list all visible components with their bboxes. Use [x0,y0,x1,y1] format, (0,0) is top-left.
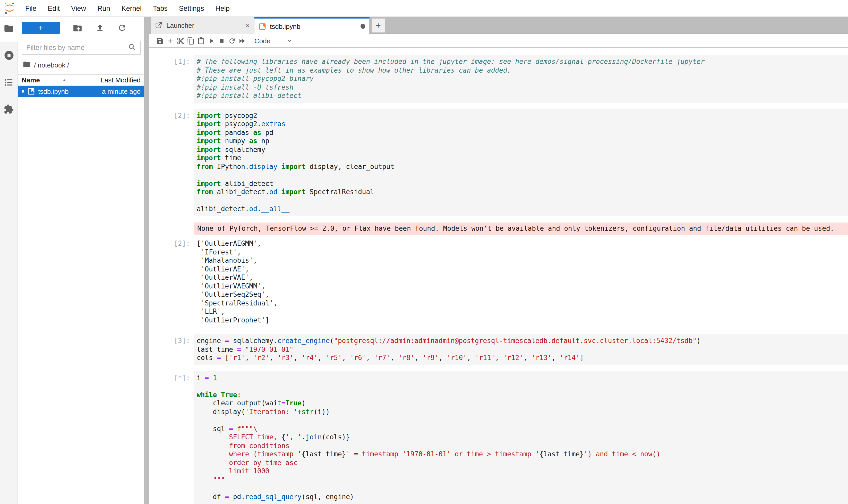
sidebar-tab-extensions[interactable] [0,100,18,121]
notebook-cell[interactable]: [1]:# The following libraries have alrea… [149,55,848,103]
code-line: import time [197,154,845,162]
cell-type-select[interactable]: Code [254,37,293,44]
restart-kernel-button[interactable] [227,37,237,44]
sidebar-tab-table-of-contents[interactable] [0,73,18,94]
code-line: 'OutlierVAE', [197,273,845,282]
new-folder-button[interactable] [73,23,83,33]
cell-type-value: Code [254,37,270,44]
restart-run-all-button[interactable] [237,37,247,44]
code-line: sql = f"""\ [197,425,845,433]
code-line: import pandas as pd [197,128,845,137]
code-line: 'Mahalanobis', [197,256,845,265]
file-row-tsdb[interactable]: tsdb.ipynb a minute ago [18,86,144,97]
cell-editor[interactable]: i = 1 while True: clear_output(wait=True… [194,371,848,503]
code-line: while True: [197,391,845,399]
notebook-cell[interactable]: [*]:i = 1 while True: clear_output(wait=… [149,371,848,503]
code-line: SELECT time, {', '.join(cols)} [197,433,845,442]
output-text: ['OutlierAEGMM', 'IForest', 'Mahalanobis… [194,237,848,324]
execution-count: [3]: [149,334,194,365]
menu-settings[interactable]: Settings [173,4,210,12]
code-line: 'OutlierProphet'] [197,316,845,324]
execute-result: [2]:['OutlierAEGMM', 'IForest', 'Mahalan… [149,237,848,324]
execution-count: [2]: [149,109,194,216]
code-line: df = pd.read_sql_query(sql, engine) [197,493,845,501]
new-launcher-button[interactable]: + [22,22,60,34]
filter-files-input[interactable]: Filter files by name [22,41,141,55]
tab-tsdb-notebook[interactable]: tsdb.ipynb [254,17,370,34]
code-line: limit 1000 [197,467,845,476]
sidebar-tab-file-browser[interactable] [0,17,18,42]
code-line: 'LLR', [197,307,845,316]
menu-file[interactable]: File [20,4,42,12]
jupyterlab-window: File Edit View Run Kernel Tabs Settings … [0,0,848,504]
new-tab-button[interactable]: + [372,19,385,33]
code-line: # These are just left in as examples to … [197,66,845,75]
run-cell-button[interactable] [206,37,216,44]
sidebar-tab-running-kernels[interactable] [0,46,18,67]
code-line: import numpy as np [197,137,845,145]
interrupt-kernel-button[interactable] [216,37,227,44]
code-line: 'OutlierVAEGMM', [197,282,845,290]
chevron-down-icon [286,37,293,44]
breadcrumb[interactable]: / notebook / [18,56,144,74]
file-browser-panel: + Filter files by name / notebook / [18,17,144,503]
notebook-content: [1]:# The following libraries have alrea… [149,48,848,503]
menu-tabs[interactable]: Tabs [147,4,173,12]
refresh-button[interactable] [118,23,127,33]
file-browser-toolbar: + [18,17,144,39]
code-line: display('Iteration: '+str(i)) [197,408,845,416]
menu-edit[interactable]: Edit [42,4,66,12]
cell-editor[interactable]: # The following libraries have already b… [194,55,848,103]
home-folder-icon [23,60,31,70]
jupyter-logo-icon [4,2,15,15]
filter-placeholder: Filter files by name [26,44,128,52]
code-line [197,171,845,180]
launcher-icon [155,21,163,30]
code-line: 'OutlierSeq2Seq', [197,290,845,299]
menu-view[interactable]: View [66,4,92,12]
code-line [197,416,845,425]
code-line [197,382,845,391]
column-header-modified[interactable]: Last Modified [101,76,141,84]
add-cell-button[interactable] [165,37,175,44]
copy-cells-button[interactable] [185,37,196,44]
output-prompt: [2]: [149,237,194,324]
code-line: 'OutlierAE', [197,265,845,273]
cell-list: [1]:# The following libraries have alrea… [149,55,848,503]
file-name: tsdb.ipynb [38,88,99,95]
code-line: import sqlalchemy [197,145,845,154]
execution-count: [1]: [149,55,194,103]
notebook-tab-icon [258,22,266,30]
tab-label: Launcher [166,22,194,29]
breadcrumb-path: / notebook / [34,61,69,69]
menu-kernel[interactable]: Kernel [116,4,147,12]
stderr-output: None of PyTorch, TensorFlow >= 2.0, or F… [194,222,848,235]
menu-help[interactable]: Help [210,4,235,12]
panel-splitter[interactable] [144,17,149,503]
dock-panel: Launcher × tsdb.ipynb + [149,17,848,503]
stop-circle-icon [3,50,14,62]
tab-launcher[interactable]: Launcher × [151,17,254,34]
code-line: import psycopg2 [197,111,845,120]
paste-cells-button[interactable] [196,37,206,44]
code-line: 'SpectralResidual', [197,299,845,307]
code-line: from alibi_detect.od import SpectralResi… [197,188,845,197]
cut-cells-button[interactable] [175,37,185,44]
code-line: alibi_detect.od.__all__ [197,205,845,214]
column-divider [98,75,98,86]
code-line: from IPython.display import display, cle… [197,162,845,171]
close-tab-icon[interactable]: × [245,21,250,30]
notebook-cell[interactable]: [2]:import psycopg2import psycopg2.extra… [149,109,848,216]
unsaved-changes-dot [22,90,24,93]
cell-editor[interactable]: import psycopg2import psycopg2.extrasimp… [194,109,848,216]
cell-editor[interactable]: engine = sqlalchemy.create_engine("postg… [194,334,848,365]
notebook-cell[interactable]: [3]:engine = sqlalchemy.create_engine("p… [149,334,848,365]
menu-run[interactable]: Run [92,4,116,12]
column-header-name[interactable]: Name [22,76,40,84]
search-icon [128,43,136,53]
sort-ascending-icon[interactable] [61,77,68,83]
save-button[interactable] [155,37,165,44]
code-line: """ [197,476,845,484]
dock-tab-bar: Launcher × tsdb.ipynb + [149,17,848,34]
upload-button[interactable] [95,23,105,33]
